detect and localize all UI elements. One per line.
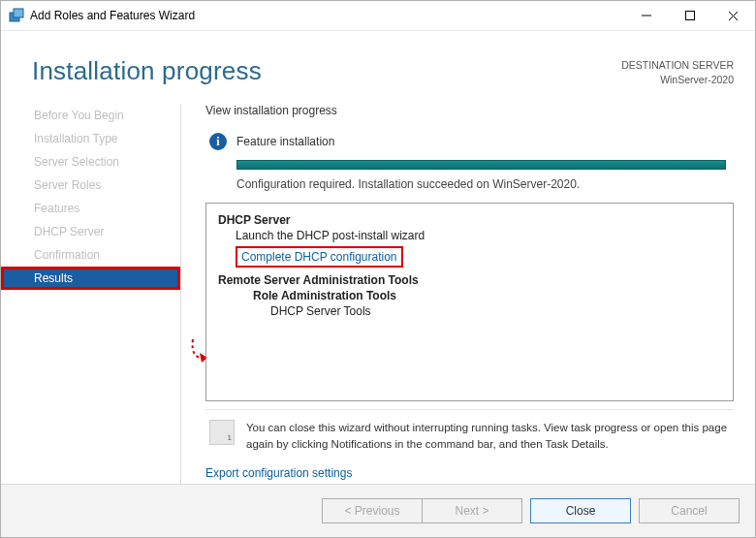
result-rsat-sub: Role Administration Tools (218, 289, 721, 302)
status-row: i Feature installation (209, 133, 734, 150)
page-title: Installation progress (32, 56, 262, 86)
result-dhcp-title: DHCP Server (218, 213, 721, 227)
sidebar-item-confirmation: Confirmation (1, 243, 180, 267)
sidebar-item-server-selection: Server Selection (1, 150, 180, 174)
close-window-button[interactable] (711, 1, 755, 30)
complete-dhcp-configuration-link[interactable]: Complete DHCP configuration (241, 250, 397, 264)
app-icon (9, 8, 24, 23)
sidebar-item-server-roles: Server Roles (1, 174, 180, 197)
sidebar-item-results[interactable]: Results (1, 267, 180, 290)
progress-heading: View installation progress (205, 104, 734, 117)
result-rsat-sub2: DHCP Server Tools (218, 304, 721, 318)
wizard-window: Add Roles and Features Wizard Installati… (0, 0, 756, 538)
destination-label: DESTINATION SERVER (621, 58, 734, 73)
nav-button-pair: < Previous Next > (322, 498, 522, 523)
destination-server: DESTINATION SERVER WinServer-2020 (621, 56, 734, 86)
main-content: View installation progress i Feature ins… (180, 96, 755, 484)
previous-button: < Previous (322, 498, 422, 523)
cancel-button: Cancel (639, 498, 740, 523)
export-configuration-link[interactable]: Export configuration settings (205, 466, 734, 480)
window-title: Add Roles and Features Wizard (30, 9, 195, 22)
minimize-button[interactable] (624, 1, 668, 30)
note-area: 1 You can close this wizard without inte… (205, 409, 734, 456)
status-text: Configuration required. Installation suc… (236, 177, 734, 191)
sidebar-item-features: Features (1, 197, 180, 220)
status-label: Feature installation (236, 135, 334, 148)
window-controls (624, 1, 755, 30)
complete-dhcp-link-highlight: Complete DHCP configuration (236, 246, 403, 268)
flag-icon: 1 (209, 420, 235, 445)
result-dhcp-sub: Launch the DHCP post-install wizard (218, 229, 721, 242)
sidebar: Before You Begin Installation Type Serve… (1, 96, 180, 484)
result-rsat-title: Remote Server Administration Tools (218, 273, 721, 287)
svg-rect-1 (14, 9, 23, 17)
results-box: DHCP Server Launch the DHCP post-install… (205, 203, 734, 401)
info-icon: i (209, 133, 227, 150)
svg-rect-3 (685, 12, 694, 20)
sidebar-item-installation-type: Installation Type (1, 127, 180, 150)
sidebar-item-dhcp-server: DHCP Server (1, 220, 180, 243)
progress-bar (236, 160, 726, 170)
titlebar: Add Roles and Features Wizard (1, 1, 755, 31)
note-text: You can close this wizard without interr… (246, 420, 730, 452)
maximize-button[interactable] (668, 1, 711, 30)
body: Before You Begin Installation Type Serve… (1, 96, 755, 484)
header: Installation progress DESTINATION SERVER… (1, 31, 755, 96)
close-button[interactable]: Close (530, 498, 631, 523)
destination-value: WinServer-2020 (621, 73, 734, 87)
footer: < Previous Next > Close Cancel (1, 484, 755, 537)
sidebar-item-before-you-begin: Before You Begin (1, 104, 180, 127)
next-button: Next > (422, 498, 522, 523)
